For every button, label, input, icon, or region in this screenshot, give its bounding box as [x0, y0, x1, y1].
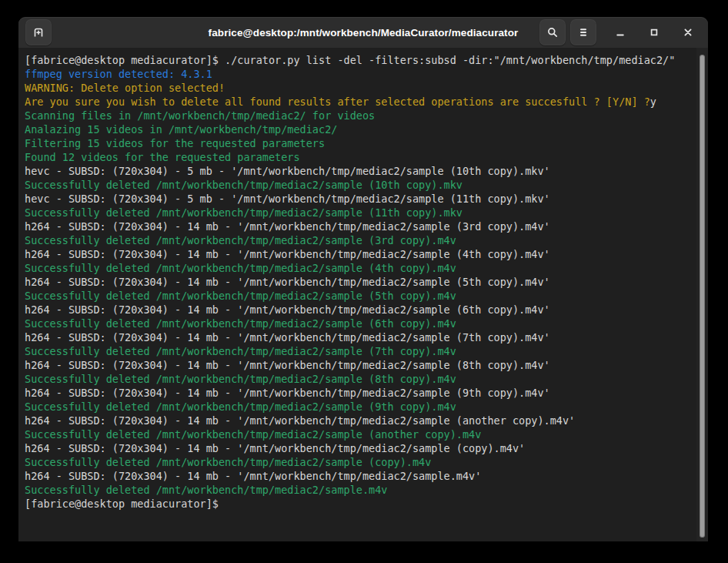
terminal-line: h264 - SUBSD: (720x304) - 14 mb - '/mnt/…: [25, 386, 693, 400]
search-button[interactable]: [539, 19, 566, 45]
close-icon: [683, 27, 693, 38]
maximize-button[interactable]: [643, 21, 666, 44]
terminal-line: Are you sure you wish to delete all foun…: [25, 95, 693, 109]
terminal-line: h264 - SUBSD: (720x304) - 14 mb - '/mnt/…: [25, 441, 693, 455]
terminal-line: h264 - SUBSD: (720x304) - 14 mb - '/mnt/…: [25, 330, 693, 344]
terminal-line: h264 - SUBSD: (720x304) - 14 mb - '/mnt/…: [25, 303, 693, 317]
search-icon: [546, 26, 559, 39]
terminal-line: Successfully deleted /mnt/workbench/tmp/…: [25, 400, 693, 414]
terminal-line: Analazing 15 videos in /mnt/workbench/tm…: [25, 122, 693, 136]
terminal-line: h264 - SUBSD: (720x304) - 14 mb - '/mnt/…: [25, 220, 693, 233]
close-button[interactable]: [676, 21, 700, 44]
terminal-line: [fabrice@desktop mediacurator]$ ./curato…: [25, 53, 693, 67]
terminal-line: Successfully deleted /mnt/workbench/tmp/…: [25, 344, 693, 358]
terminal-line: Successfully deleted /mnt/workbench/tmp/…: [25, 178, 693, 192]
terminal-line: Found 12 videos for the requested parame…: [25, 150, 693, 164]
terminal-output: [fabrice@desktop mediacurator]$ ./curato…: [18, 48, 708, 541]
terminal-window: fabrice@desktop:/mnt/workbench/MediaCura…: [18, 17, 708, 541]
terminal-line: WARNING: Delete option selected!: [25, 81, 693, 95]
new-tab-icon: [32, 26, 45, 39]
terminal-line: Successfully deleted /mnt/workbench/tmp/…: [25, 483, 693, 497]
terminal-line: Filtering 15 videos for the requested pa…: [25, 136, 693, 150]
terminal-line: Successfully deleted /mnt/workbench/tmp/…: [25, 289, 693, 303]
terminal-line: hevc - SUBSD: (720x304) - 5 mb - '/mnt/w…: [25, 192, 693, 206]
terminal-line: Successfully deleted /mnt/workbench/tmp/…: [25, 317, 693, 330]
terminal-line: h264 - SUBSD: (720x304) - 14 mb - '/mnt/…: [25, 247, 693, 261]
scrollbar-thumb[interactable]: [700, 55, 705, 538]
terminal-line: Successfully deleted /mnt/workbench/tmp/…: [25, 372, 693, 386]
maximize-icon: [649, 27, 660, 38]
scrollbar-track[interactable]: [696, 48, 708, 541]
minimize-icon: [615, 27, 626, 38]
minimize-button[interactable]: [609, 21, 632, 44]
terminal-line: Successfully deleted /mnt/workbench/tmp/…: [25, 427, 693, 441]
terminal-viewport[interactable]: [fabrice@desktop mediacurator]$ ./curato…: [18, 48, 708, 541]
window-title: fabrice@desktop:/mnt/workbench/MediaCura…: [209, 27, 519, 39]
terminal-line: h264 - SUBSD: (720x304) - 14 mb - '/mnt/…: [25, 358, 693, 372]
terminal-line: Successfully deleted /mnt/workbench/tmp/…: [25, 206, 693, 220]
terminal-line: Successfully deleted /mnt/workbench/tmp/…: [25, 233, 693, 247]
titlebar[interactable]: fabrice@desktop:/mnt/workbench/MediaCura…: [18, 17, 708, 48]
terminal-line: ffmpeg version detected: 4.3.1: [25, 67, 693, 81]
terminal-line: h264 - SUBSD: (720x304) - 14 mb - '/mnt/…: [25, 275, 693, 289]
terminal-line: hevc - SUBSD: (720x304) - 5 mb - '/mnt/w…: [25, 164, 693, 178]
terminal-line: h264 - SUBSD: (720x304) - 14 mb - '/mnt/…: [25, 469, 693, 483]
terminal-line: Scanning files in /mnt/workbench/tmp/med…: [25, 109, 693, 122]
menu-button[interactable]: [570, 19, 596, 45]
terminal-line: h264 - SUBSD: (720x304) - 14 mb - '/mnt/…: [25, 414, 693, 427]
menu-icon: [578, 27, 589, 38]
new-tab-button[interactable]: [25, 19, 52, 45]
terminal-line: Successfully deleted /mnt/workbench/tmp/…: [25, 261, 693, 275]
terminal-line: [fabrice@desktop mediacurator]$: [25, 497, 693, 511]
terminal-line: Successfully deleted /mnt/workbench/tmp/…: [25, 455, 693, 469]
